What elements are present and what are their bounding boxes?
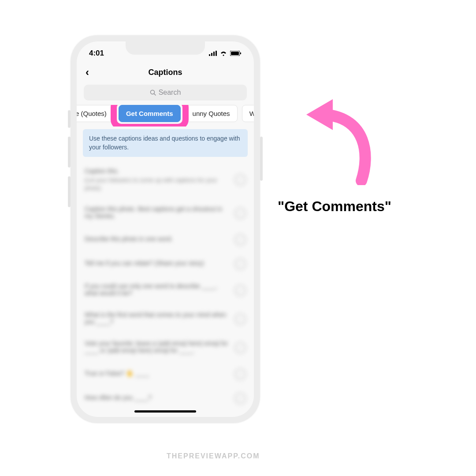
list-item[interactable]: Vote your favorite: leave a (add emoji h…	[83, 334, 248, 362]
phone-frame: 4:01 ‹ Captions Search e (Quotes) Get Co…	[71, 35, 260, 423]
annotation: "Get Comments"	[282, 93, 458, 215]
svg-rect-6	[240, 52, 241, 54]
phone-side-button	[68, 176, 71, 207]
captions-list[interactable]: Caption this.(Let your followers to come…	[77, 161, 254, 410]
check-icon[interactable]	[234, 258, 246, 270]
battery-icon	[230, 51, 242, 56]
status-time: 4:01	[89, 49, 104, 58]
phone-side-button	[260, 137, 263, 181]
search-icon	[150, 89, 156, 96]
arrow-icon	[282, 93, 388, 185]
check-icon[interactable]	[234, 285, 246, 296]
phone-side-button	[68, 110, 71, 128]
nav-bar: ‹ Captions	[77, 63, 254, 82]
svg-rect-5	[231, 52, 239, 55]
search-placeholder: Search	[159, 89, 181, 97]
check-icon[interactable]	[234, 174, 246, 186]
list-item[interactable]: Describe this photo in one word.	[83, 228, 248, 252]
list-item[interactable]: How often do you ____?	[83, 387, 248, 411]
watermark: THEPREVIEWAPP.COM	[167, 452, 260, 460]
phone-screen: 4:01 ‹ Captions Search e (Quotes) Get Co…	[77, 41, 254, 417]
check-icon[interactable]	[234, 234, 246, 245]
signal-icon	[209, 51, 217, 56]
annotation-label: "Get Comments"	[278, 198, 458, 215]
svg-marker-9	[306, 99, 333, 130]
list-item[interactable]: Tell me if you can relate? (Share your s…	[83, 252, 248, 276]
list-item[interactable]: Caption this.(Let your followers to come…	[83, 161, 248, 199]
status-icons	[209, 51, 242, 56]
svg-line-8	[154, 94, 156, 96]
list-item[interactable]: Caption this photo. Best captions get a …	[83, 199, 248, 228]
page-title: Captions	[148, 68, 182, 77]
check-icon[interactable]	[234, 313, 246, 325]
category-chips[interactable]: e (Quotes) Get Comments unny Quotes Weir…	[77, 105, 254, 126]
chip-funny-quotes-partial[interactable]: unny Quotes	[185, 105, 238, 122]
check-icon[interactable]	[234, 342, 246, 353]
info-banner: Use these captions ideas and questions t…	[83, 129, 248, 157]
back-button[interactable]: ‹	[86, 66, 89, 78]
svg-rect-1	[211, 53, 212, 56]
check-icon[interactable]	[234, 368, 246, 380]
chip-quotes-partial[interactable]: e (Quotes)	[77, 105, 114, 122]
home-indicator[interactable]	[134, 410, 196, 413]
phone-side-button	[68, 137, 71, 167]
svg-rect-2	[213, 52, 215, 56]
wifi-icon	[219, 51, 227, 56]
list-item[interactable]: What is the first word that comes to you…	[83, 305, 248, 334]
svg-rect-0	[209, 54, 210, 56]
list-item[interactable]: True or False? ✋ ____	[83, 362, 248, 387]
search-input[interactable]: Search	[84, 85, 247, 100]
check-icon[interactable]	[234, 208, 246, 219]
check-icon[interactable]	[234, 393, 246, 404]
phone-notch	[126, 41, 205, 55]
list-item[interactable]: If you could use only one word to descri…	[83, 276, 248, 305]
svg-rect-3	[216, 51, 217, 56]
chip-get-comments[interactable]: Get Comments	[119, 105, 181, 122]
chip-weird-partial[interactable]: Weird	[242, 105, 254, 122]
